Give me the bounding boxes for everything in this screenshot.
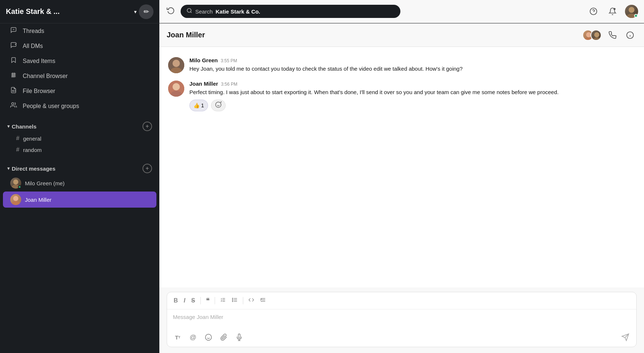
call-button[interactable] xyxy=(606,29,619,42)
main-content: Threads All DMs Saved Items xyxy=(0,23,644,353)
mention-button[interactable]: @ xyxy=(187,331,199,343)
channel-hash-icon: # xyxy=(16,135,19,142)
emoji-button[interactable] xyxy=(202,331,215,343)
online-status-dot xyxy=(634,14,638,18)
people-groups-label: People & user groups xyxy=(23,103,79,109)
search-label: Search xyxy=(195,8,213,15)
dm-section-label: Direct messages xyxy=(12,166,55,172)
svg-line-1 xyxy=(190,12,192,13)
svg-point-15 xyxy=(12,103,14,105)
sidebar-item-people-groups[interactable]: People & user groups xyxy=(3,99,156,113)
file-browser-label: File Browser xyxy=(23,88,55,94)
sidebar-item-saved-items[interactable]: Saved Items xyxy=(3,54,156,68)
text-format-button[interactable]: TT xyxy=(171,331,184,343)
message-input-box: B I S ❝ xyxy=(167,292,637,347)
search-icon xyxy=(186,8,192,15)
svg-point-14 xyxy=(12,90,14,92)
top-right-icons xyxy=(587,5,638,18)
notifications-button[interactable] xyxy=(606,5,619,18)
svg-point-46 xyxy=(232,300,233,300)
message-text-joan: Perfect timing. I was just about to star… xyxy=(189,88,635,97)
add-channel-button[interactable]: + xyxy=(143,122,152,131)
toolbar-divider-3 xyxy=(243,297,243,304)
svg-point-45 xyxy=(232,298,233,299)
message-avatar-joan xyxy=(168,81,184,97)
add-dm-button[interactable]: + xyxy=(143,164,152,173)
compose-button[interactable]: ✏ xyxy=(139,4,153,19)
message-author-joan: Joan Miller xyxy=(189,81,218,87)
channel-item-general[interactable]: # general xyxy=(3,133,156,144)
search-bar[interactable]: Search Katie Stark & Co. xyxy=(181,5,400,18)
italic-button[interactable]: I xyxy=(182,296,188,305)
dm-item-joan[interactable]: Joan Miller xyxy=(3,192,156,208)
message-milo: Milo Green 3:55 PM Hey Joan, you told me… xyxy=(167,54,637,76)
message-input-actions: TT @ xyxy=(167,328,636,347)
add-reaction-button[interactable] xyxy=(211,100,226,111)
ordered-list-button[interactable] xyxy=(218,296,228,306)
message-header-joan: Joan Miller 3:56 PM xyxy=(189,81,635,87)
message-input-area: B I S ❝ xyxy=(159,287,644,353)
bold-button[interactable]: B xyxy=(171,296,180,305)
dm-section-header[interactable]: ▾ Direct messages + xyxy=(0,160,159,175)
message-text-milo: Hey Joan, you told me to contact you tod… xyxy=(189,65,635,73)
message-input-field[interactable]: Message Joan Miller xyxy=(167,309,636,328)
chat-header-actions xyxy=(582,29,637,42)
milo-green-label: Milo Green (me) xyxy=(25,180,64,186)
joan-avatar-wrapper xyxy=(10,194,21,205)
message-header-milo: Milo Green 3:55 PM xyxy=(189,57,635,63)
strikethrough-button[interactable]: S xyxy=(189,296,197,305)
help-button[interactable] xyxy=(587,5,600,18)
workspace-name: Katie Stark & ... xyxy=(6,7,132,16)
svg-point-28 xyxy=(173,60,180,67)
svg-point-5 xyxy=(629,7,634,13)
all-dms-label: All DMs xyxy=(23,43,43,49)
saved-items-icon xyxy=(10,57,18,65)
reaction-emoji: 👍 xyxy=(193,103,200,108)
thumbs-up-reaction[interactable]: 👍 1 xyxy=(189,100,208,111)
top-bar: Katie Stark & ... ▾ ✏ Search Katie Stark… xyxy=(0,0,644,23)
send-button[interactable] xyxy=(619,331,632,344)
milo-avatar-wrapper xyxy=(10,178,21,189)
channel-hash-icon: # xyxy=(16,146,19,153)
sidebar-item-channel-browser[interactable]: Channel Browser xyxy=(3,69,156,83)
member-avatar-milo xyxy=(591,30,602,41)
sidebar-item-threads[interactable]: Threads xyxy=(3,24,156,38)
message-reactions-joan: 👍 1 xyxy=(189,100,635,111)
chat-title: Joan Miller xyxy=(167,31,582,39)
code-button[interactable] xyxy=(246,296,256,306)
messages-area: Milo Green 3:55 PM Hey Joan, you told me… xyxy=(159,47,644,287)
member-avatars xyxy=(582,30,602,41)
chat-area: Joan Miller xyxy=(159,23,644,353)
attach-button[interactable] xyxy=(218,331,230,343)
people-groups-icon xyxy=(10,102,18,110)
message-author-milo: Milo Green xyxy=(189,57,218,63)
info-button[interactable] xyxy=(623,29,637,42)
sidebar-item-all-dms[interactable]: All DMs xyxy=(3,39,156,53)
svg-point-31 xyxy=(173,83,180,90)
message-body-joan: Joan Miller 3:56 PM Perfect timing. I wa… xyxy=(189,81,635,111)
sidebar-item-file-browser[interactable]: File Browser xyxy=(3,84,156,98)
channel-general-label: general xyxy=(23,135,41,142)
channel-browser-label: Channel Browser xyxy=(23,73,68,79)
chat-header: Joan Miller xyxy=(159,23,644,47)
all-dms-icon xyxy=(10,42,18,50)
channels-chevron-icon: ▾ xyxy=(7,124,10,129)
message-toolbar: B I S ❝ xyxy=(167,292,636,309)
workspace-chevron-icon: ▾ xyxy=(134,9,137,15)
channel-item-random[interactable]: # random xyxy=(3,144,156,155)
svg-point-18 xyxy=(13,196,18,201)
user-avatar-wrapper[interactable] xyxy=(625,5,638,18)
audio-button[interactable] xyxy=(233,331,245,343)
indent-button[interactable] xyxy=(258,296,268,306)
dm-item-milo[interactable]: Milo Green (me) xyxy=(3,175,156,191)
threads-label: Threads xyxy=(23,28,44,34)
joan-avatar xyxy=(10,194,21,205)
quote-button[interactable]: ❝ xyxy=(204,295,212,306)
svg-point-16 xyxy=(13,179,18,185)
channels-section-header[interactable]: ▾ Channels + xyxy=(0,118,159,133)
unordered-list-button[interactable] xyxy=(230,296,240,306)
milo-online-dot xyxy=(18,185,21,189)
channels-section-label: Channels xyxy=(12,123,37,130)
history-button[interactable] xyxy=(165,5,176,18)
dm-chevron-icon: ▾ xyxy=(7,166,10,171)
